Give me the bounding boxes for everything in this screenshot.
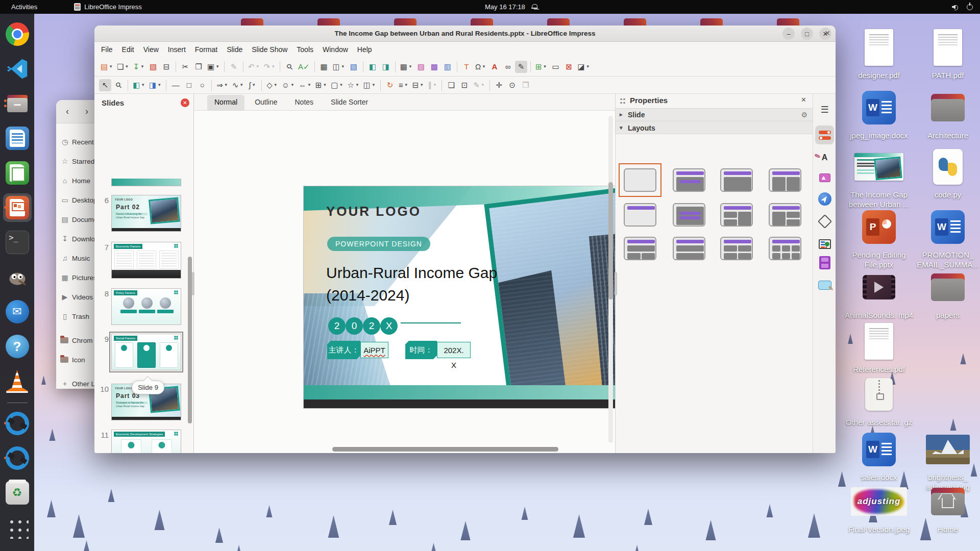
desktop-icon-the-income-gap-between-urban[interactable]: The Income Gap between Urban ... bbox=[841, 147, 917, 209]
clock-button[interactable]: May 16 17:18 bbox=[485, 3, 537, 11]
dock-terminal[interactable]: >_ bbox=[3, 228, 32, 257]
cut-icon[interactable]: ✂ bbox=[179, 61, 191, 73]
rotate-icon[interactable]: ↻ bbox=[384, 79, 396, 91]
title-bar[interactable]: The Income Gap between Urban and Rural R… bbox=[94, 26, 836, 42]
desktop-icon-papers[interactable]: papers bbox=[910, 268, 980, 320]
redo-icon[interactable]: ↷▼ bbox=[262, 61, 277, 73]
sidebar-menu-icon[interactable]: ☰ bbox=[815, 100, 834, 119]
tab-slide-sorter[interactable]: Slide Sorter bbox=[324, 95, 375, 110]
clone-formatting-icon[interactable]: ✎ bbox=[228, 61, 240, 73]
display-mode-icon[interactable]: ▭ bbox=[550, 61, 562, 73]
insert-text-box-icon[interactable]: T bbox=[460, 61, 473, 73]
3d-objects-icon[interactable]: ◫▼ bbox=[362, 79, 377, 91]
minimize-button[interactable]: – bbox=[782, 28, 795, 40]
open-icon[interactable]: ❏▼ bbox=[115, 61, 130, 73]
layout-title-4content[interactable] bbox=[720, 237, 753, 260]
layout-title-2rows[interactable] bbox=[673, 237, 705, 260]
styles-deck-icon[interactable]: A bbox=[815, 148, 834, 167]
spelling-icon[interactable]: A✓ bbox=[297, 61, 311, 73]
dock-google-chrome[interactable] bbox=[3, 20, 32, 48]
focused-app-menu[interactable]: LibreOffice Impress bbox=[74, 3, 141, 11]
system-status-area[interactable] bbox=[952, 4, 973, 10]
insert-frame-icon[interactable]: ⊞▼ bbox=[534, 61, 549, 73]
slide-badge[interactable]: POWERPOINT DESIGN bbox=[327, 237, 430, 251]
section-slide[interactable]: ▸ Slide ⚙ bbox=[616, 108, 813, 121]
new-slide-icon[interactable]: ◧ bbox=[366, 61, 379, 73]
line-color-icon[interactable]: ◨▼ bbox=[148, 79, 163, 91]
layout-blank[interactable] bbox=[624, 168, 656, 192]
delete-slide-icon[interactable]: ⊠ bbox=[563, 61, 575, 73]
time-label-box[interactable]: 时间： bbox=[405, 341, 437, 359]
dock-trash[interactable]: ♻ bbox=[3, 479, 32, 507]
toggle-extrusion-icon[interactable]: ❐ bbox=[520, 79, 532, 91]
dock-vs-code[interactable] bbox=[3, 55, 32, 83]
fill-color-icon[interactable]: ◧▼ bbox=[131, 79, 146, 91]
gear-icon[interactable]: ⚙ bbox=[801, 111, 807, 119]
export-pdf-icon[interactable]: ▧ bbox=[147, 61, 159, 73]
desktop-icon-home[interactable]: Home bbox=[910, 482, 980, 534]
insert-table-icon[interactable]: ▦▼ bbox=[399, 61, 414, 73]
show-gluepoint-functions-icon[interactable]: ⊙ bbox=[506, 79, 519, 91]
desktop-icon-animalsounds-mp4[interactable]: AnimalSounds. mp4 bbox=[841, 268, 917, 320]
slide-transition-deck-icon[interactable] bbox=[815, 276, 834, 294]
tab-normal[interactable]: Normal bbox=[207, 95, 244, 110]
tab-notes[interactable]: Notes bbox=[287, 95, 321, 110]
symbol-shapes-icon[interactable]: ☺▼ bbox=[280, 79, 296, 91]
slide-editing-canvas[interactable]: YOUR LOGO POWERPOINT DESIGN Urban-Rural … bbox=[194, 111, 615, 453]
display-grid-icon[interactable]: ▦ bbox=[318, 61, 330, 73]
desktop-icon-architecture[interactable]: Architecture bbox=[910, 88, 980, 140]
insert-special-character-icon[interactable]: Ω▼ bbox=[474, 61, 487, 73]
find-and-replace-icon[interactable]: ⚲ bbox=[283, 61, 296, 73]
menu-window[interactable]: Window bbox=[318, 43, 353, 56]
dock-thunderbird[interactable]: ✉ bbox=[3, 297, 32, 326]
desktop-icon-sales-docx[interactable]: sales.docx bbox=[841, 430, 917, 482]
connectors-icon[interactable]: ∫▼ bbox=[246, 79, 258, 91]
layout-title-two-content[interactable] bbox=[769, 168, 801, 192]
basic-shapes-icon[interactable]: ◇▼ bbox=[265, 79, 279, 91]
menu-file[interactable]: File bbox=[96, 43, 117, 56]
save-icon[interactable]: ↧▼ bbox=[131, 61, 146, 73]
animation-deck-icon[interactable] bbox=[815, 253, 834, 272]
dock-files[interactable] bbox=[3, 89, 32, 118]
desktop-icon-path-pdf[interactable]: PATH.pdf bbox=[910, 28, 980, 80]
slides-panel-close-icon[interactable]: ✕ bbox=[181, 98, 189, 107]
insert-chart-icon[interactable]: ▥ bbox=[442, 61, 454, 73]
year-circle[interactable]: 2 bbox=[363, 317, 380, 335]
dock-app-grid[interactable] bbox=[3, 513, 32, 542]
desktop-icon-designer-pdf[interactable]: designer.pdf bbox=[841, 28, 917, 80]
print-icon[interactable]: ⊟ bbox=[160, 61, 173, 73]
year-circle[interactable]: X bbox=[380, 317, 398, 335]
display-views-icon[interactable]: ◫▼ bbox=[331, 61, 347, 73]
menu-view[interactable]: View bbox=[139, 43, 163, 56]
lines-and-arrows-icon[interactable]: ⇒▼ bbox=[215, 79, 230, 91]
tab-outline[interactable]: Outline bbox=[248, 95, 284, 110]
insert-image-icon[interactable]: ▨ bbox=[415, 61, 427, 73]
layout-title-content[interactable] bbox=[720, 168, 753, 192]
menu-slide-show[interactable]: Slide Show bbox=[247, 43, 292, 56]
undo-icon[interactable]: ↶▼ bbox=[247, 61, 261, 73]
section-layouts[interactable]: ▾ Layouts bbox=[616, 121, 813, 134]
show-draw-functions-icon[interactable]: ✎ bbox=[515, 61, 527, 73]
slides-panel-scrollbar[interactable] bbox=[188, 257, 192, 423]
menu-edit[interactable]: Edit bbox=[117, 43, 139, 56]
copy-icon[interactable]: ❐ bbox=[192, 61, 205, 73]
maximize-button[interactable]: □ bbox=[801, 28, 813, 40]
speaker-value-box[interactable]: AiPPT bbox=[360, 342, 388, 358]
paste-icon[interactable]: ▣▼ bbox=[206, 61, 221, 73]
desktop-icon-promotion-email-summa[interactable]: PROMOTION_ EMAIL_SUMMA... bbox=[910, 208, 980, 269]
dock-libreoffice-writer[interactable] bbox=[3, 124, 32, 153]
year-circle[interactable]: 2 bbox=[328, 317, 346, 335]
horizontal-scrollbar[interactable] bbox=[332, 447, 558, 452]
activities-button[interactable]: Activities bbox=[7, 3, 41, 11]
speaker-label-box[interactable]: 主讲人： bbox=[327, 341, 360, 359]
time-value-box[interactable]: 202X. bbox=[437, 342, 471, 358]
layout-title-content-over-2[interactable] bbox=[624, 237, 656, 260]
shapes-deck-icon[interactable] bbox=[815, 212, 834, 231]
new-document-icon[interactable]: ▤▼ bbox=[99, 61, 114, 73]
properties-deck-icon[interactable] bbox=[815, 126, 834, 144]
layout-centered-text[interactable] bbox=[673, 203, 705, 227]
dock-software-center[interactable] bbox=[3, 444, 32, 472]
slide-logo-text[interactable]: YOUR LOGO bbox=[326, 204, 421, 219]
arrange-objects-icon[interactable]: ⊟▼ bbox=[411, 79, 426, 91]
master-slides-deck-icon[interactable] bbox=[815, 235, 834, 254]
